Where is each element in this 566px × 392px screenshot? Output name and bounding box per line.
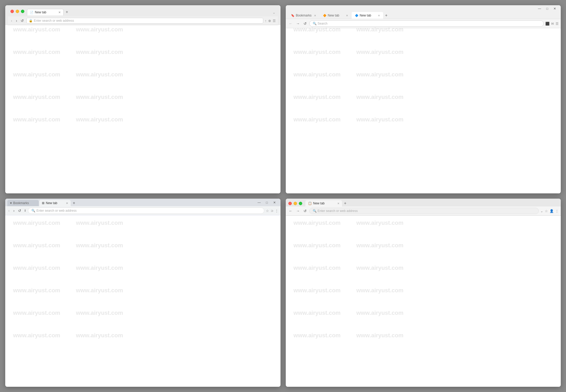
address-bar-2[interactable]: 🔍 Search — [309, 20, 544, 27]
close-button[interactable] — [10, 10, 14, 13]
tab-close-1[interactable]: ✕ — [58, 11, 61, 14]
bookmarks-close-2[interactable]: ✕ — [314, 14, 316, 17]
newtab-close-2a[interactable]: ✕ — [346, 14, 348, 17]
reload-button-2[interactable]: ↺ — [302, 21, 308, 26]
newtab-label-2a: New tab — [328, 14, 339, 17]
address-bar-3[interactable]: 🔍 Enter search or web address — [28, 208, 264, 214]
forward-button-2[interactable]: → — [295, 21, 301, 26]
content-area-3: www.airyust.comwww.airyust.com www.airyu… — [5, 215, 281, 387]
reload-button-1[interactable]: ↺ — [20, 18, 25, 23]
wm-text-1i: www.airyust.com — [5, 116, 68, 123]
search-icon-3: 🔍 — [31, 209, 35, 212]
maximize-button[interactable] — [21, 10, 24, 13]
maximize-button-4[interactable] — [299, 202, 302, 205]
minimize-btn-3[interactable]: — — [255, 200, 263, 205]
address-bar-4[interactable]: 🔍 Enter search or web address — [309, 208, 539, 214]
address-bar-1[interactable]: 🔒 Enter search or web address — [26, 18, 263, 24]
screenshot-icon-2[interactable]: ⬛ — [545, 22, 550, 26]
new-tab-button-3[interactable]: + — [71, 201, 77, 205]
close-btn-2[interactable]: ✕ — [551, 6, 559, 11]
share-icon-1[interactable]: ↑ — [265, 19, 267, 23]
toolbar-1: ‹ › ↺ 🔒 Enter search or web address ↑ ⊕ … — [8, 16, 278, 25]
new-tab-button-2[interactable]: + — [384, 13, 389, 18]
reload-button-3[interactable]: ↺ — [17, 208, 22, 213]
restore-btn-3[interactable]: □ — [263, 200, 270, 205]
newtab-favicon-3: ⊞ — [42, 201, 44, 205]
traffic-lights-1 — [10, 10, 24, 13]
browser-window-3: ♥ Bookmarks ⊞ New tab ✕ + — □ ✕ ‹ › ↺ ⬇ … — [5, 199, 281, 387]
back-button-3[interactable]: ‹ — [7, 208, 11, 213]
wm-text-1b: www.airyust.com — [68, 26, 131, 33]
bookmarks-tab-2[interactable]: 🔖 Bookmarks ✕ — [288, 12, 319, 19]
bookmarks-tab-3[interactable]: ♥ Bookmarks — [7, 200, 39, 206]
tab-expand-1[interactable]: ⌄ — [273, 11, 275, 15]
dropdown-icon-4[interactable]: ⌄ — [540, 209, 543, 213]
newtab-tab-3[interactable]: ⊞ New tab ✕ — [39, 200, 71, 206]
tab-close-4[interactable]: ✕ — [337, 202, 339, 205]
close-button-4[interactable] — [288, 202, 292, 205]
window-controls-2: — □ ✕ — [286, 5, 561, 12]
minimize-button[interactable] — [16, 10, 19, 13]
forward-button-1[interactable]: › — [15, 18, 18, 23]
back-button-2[interactable]: ← — [288, 21, 294, 26]
wm-text-1f: www.airyust.com — [68, 71, 131, 78]
newtab-favicon-2a: 🔶 — [323, 14, 327, 17]
download-icon-3[interactable]: ⬇ — [24, 209, 26, 212]
minimize-button-4[interactable] — [294, 202, 297, 205]
tab-favicon-1: 📄 — [30, 11, 33, 14]
email-icon-2[interactable]: ✉ — [551, 22, 554, 26]
wm-text-1j: www.airyust.com — [68, 116, 131, 123]
tab-bar-3: ♥ Bookmarks ⊞ New tab ✕ + — □ ✕ — [5, 199, 281, 206]
titlebar-2: — □ ✕ 🔖 Bookmarks ✕ 🔶 New tab ✕ 🔷 New ta… — [286, 5, 561, 19]
menu-icon-3[interactable]: ⋮ — [275, 209, 278, 213]
browser-window-4: 📋 New tab ✕ + ← → ↺ 🔍 Enter search or we… — [286, 199, 561, 387]
bookmarks-label-2: Bookmarks — [296, 14, 312, 17]
toolbar-3: ‹ › ↺ ⬇ 🔍 Enter search or web address ☆ … — [5, 206, 281, 215]
address-text-4: Enter search or web address — [318, 209, 358, 213]
menu-icon-4[interactable]: ⋮ — [555, 209, 559, 213]
back-button-1[interactable]: ‹ — [10, 18, 13, 23]
wm-text-1g: www.airyust.com — [5, 94, 68, 100]
bookmark-icon-4[interactable]: ☆ — [545, 209, 548, 213]
watermark-2: www.airyust.comwww.airyust.com www.airyu… — [286, 26, 561, 193]
newtab-tab-2b[interactable]: 🔷 New tab ✕ — [352, 12, 383, 19]
active-tab-1[interactable]: 📄 New tab ✕ — [27, 9, 64, 15]
toolbar-4: ← → ↺ 🔍 Enter search or web address ⌄ ☆ … — [286, 206, 561, 216]
toolbar-2: ← → ↺ 🔍 Search ⬛ ✉ ☰ — [286, 19, 561, 28]
toolbar-icons-3: ☆ ⊃ ⋮ — [266, 209, 278, 213]
newtab-tab-2a[interactable]: 🔶 New tab ✕ — [320, 12, 351, 19]
bookmark-icon-3[interactable]: ☆ — [266, 209, 269, 213]
tab-label-1: New tab — [35, 10, 46, 14]
watermark-4: www.airyust.comwww.airyust.com www.airyu… — [286, 220, 561, 387]
tab-bar-row-4: 📋 New tab ✕ + — [286, 199, 561, 206]
titlebar-1: 📄 New tab ✕ + ⌄ ‹ › ↺ 🔒 Enter search or … — [5, 5, 281, 25]
watermark-1: www.airyust.comwww.airyust.com www.airyu… — [5, 26, 281, 193]
menu-icon-2[interactable]: ☰ — [556, 22, 559, 26]
wm-text-1e: www.airyust.com — [5, 71, 68, 78]
search-icon-4: 🔍 — [313, 209, 317, 213]
newtab-close-3[interactable]: ✕ — [66, 202, 68, 205]
bookmark-icon-1[interactable]: ⊕ — [268, 19, 271, 23]
forward-button-3[interactable]: › — [12, 208, 16, 213]
content-area-4: www.airyust.comwww.airyust.com www.airyu… — [286, 216, 561, 387]
forward-button-4[interactable]: → — [295, 208, 301, 214]
traffic-lights-4 — [288, 202, 302, 205]
profile-icon-3[interactable]: ⊃ — [271, 209, 273, 213]
restore-btn-2[interactable]: □ — [544, 6, 551, 11]
wm-text-1h: www.airyust.com — [68, 94, 131, 100]
reload-button-4[interactable]: ↺ — [302, 208, 308, 214]
back-button-4[interactable]: ← — [288, 208, 294, 214]
new-tab-button-1[interactable]: + — [64, 10, 70, 15]
newtab-close-2b[interactable]: ✕ — [378, 14, 380, 17]
tab-bar-2: 🔖 Bookmarks ✕ 🔶 New tab ✕ 🔷 New tab ✕ + — [286, 12, 561, 19]
newtab-label-3: New tab — [46, 201, 57, 205]
toolbar-icons-1: ↑ ⊕ ☰ — [265, 19, 276, 23]
close-btn-3[interactable]: ✕ — [271, 200, 278, 205]
profile-icon-4[interactable]: 👤 — [550, 209, 554, 213]
browser-window-1: 📄 New tab ✕ + ⌄ ‹ › ↺ 🔒 Enter search or … — [5, 5, 281, 193]
minimize-btn-2[interactable]: — — [535, 6, 544, 11]
new-tab-button-4[interactable]: + — [343, 201, 348, 206]
address-text-3: Enter search or web address — [36, 209, 76, 212]
active-tab-4[interactable]: 📋 New tab ✕ — [305, 200, 342, 206]
sidebar-icon-1[interactable]: ☰ — [273, 19, 276, 23]
